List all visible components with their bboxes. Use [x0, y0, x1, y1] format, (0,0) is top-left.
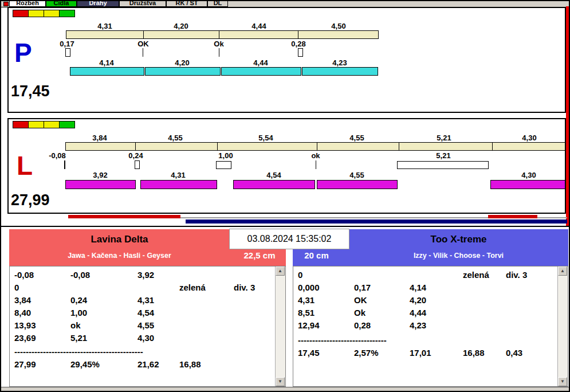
cross-box-icon [65, 48, 70, 57]
cross-tick-icon [64, 160, 65, 169]
dog-time-label: 4,23 [320, 58, 360, 67]
split-label: 5,54 [249, 134, 283, 142]
start-lights-p [13, 10, 75, 17]
scroll-down-button[interactable]: ▼ [276, 377, 285, 386]
arrow-up-icon: ▲ [278, 268, 282, 273]
lane-p-total-time: 17,45 [11, 83, 50, 100]
cross-label: Ok [202, 40, 236, 48]
arrow-up-icon: ▲ [560, 268, 565, 273]
start-light-green [59, 10, 75, 17]
app-window: Rozbeh Čidla Dráhy Družstva RK / ST DL 4… [0, 0, 570, 392]
split-label: 4,55 [158, 134, 192, 142]
progress-navy-bar [186, 219, 567, 224]
cross-tick-icon [143, 48, 143, 57]
scroll-up-button[interactable]: ▲ [558, 266, 567, 276]
progress-red-bar-right [488, 215, 537, 218]
start-light-yellow1 [28, 10, 44, 17]
split-label: 4,30 [512, 134, 547, 142]
table-row: 3,840,244,31 [10, 295, 234, 308]
table-divider: ------------------------------- [293, 335, 387, 348]
table-row: 4,31OK4,20 [293, 295, 506, 308]
split-label: 4,31 [85, 22, 125, 30]
dog-run-bar [65, 180, 136, 189]
cross-box-icon [135, 160, 140, 169]
table-row: 0zelenádiv. 3 [10, 283, 255, 295]
cross-label: 0,28 [281, 40, 316, 48]
section-divider [1, 226, 570, 227]
split-bar-p [66, 30, 379, 39]
lane-l-panel: 3,84 4,55 5,54 4,55 5,21 4,30 -0,08 0,24… [7, 118, 566, 214]
tab-dl[interactable]: DL [207, 1, 228, 7]
table-row: 12,940,284,23 [293, 320, 506, 333]
team-right-results-table[interactable]: 0zelenádiv. 3 0,0000,174,14 4,31OK4,20 8… [293, 266, 568, 387]
record-indicator [3, 2, 9, 6]
progress-red-bar-left [68, 215, 180, 218]
table-row: 23,695,214,30 [10, 333, 234, 346]
cross-label: 0,24 [119, 151, 153, 160]
cross-box-icon [298, 48, 303, 57]
dog-run-bar [221, 67, 301, 76]
lane-p-panel: 4,31 4,20 4,44 4,50 0,17 OK Ok 0,28 4,14… [7, 7, 566, 113]
table-summary-row: 27,9929,45%21,6216,88 [10, 359, 234, 372]
cross-label: 1,00 [209, 151, 243, 160]
split-label: 3,84 [82, 134, 117, 142]
table-row: 8,401,004,54 [10, 308, 234, 320]
tab-rozbeh[interactable]: Rozbeh [9, 1, 46, 7]
dog-time-label: 4,31 [161, 171, 195, 179]
tab-drahy[interactable]: Dráhy [77, 1, 119, 7]
table-row: 13,93ok4,55 [10, 320, 234, 333]
lane-letter-l: L [17, 152, 33, 179]
dog-run-bar [302, 67, 378, 76]
team-left-results-table[interactable]: -0,08-0,083,92 0zelenádiv. 3 3,840,244,3… [9, 266, 286, 387]
status-strip [1, 387, 570, 392]
split-bar-l [65, 142, 566, 151]
team-left-name: Lavina Delta [9, 234, 230, 245]
dog-time-label: 4,44 [241, 58, 281, 67]
dog-time-label: 4,30 [512, 171, 546, 179]
table-row: 0,0000,174,14 [293, 283, 506, 295]
scroll-up-button[interactable]: ▲ [276, 266, 285, 276]
split-label: 4,20 [161, 22, 201, 30]
table-row: 0zelenádiv. 3 [293, 270, 527, 283]
cross-label: ok [298, 151, 333, 160]
cross-label: -0,08 [40, 151, 74, 160]
dog-run-bar [140, 180, 217, 189]
dog-time-label: 4,20 [162, 58, 202, 67]
start-light-yellow2 [44, 10, 60, 17]
dog-run-bar [145, 67, 221, 76]
arrow-down-icon: ▼ [560, 379, 565, 384]
tab-cidla[interactable]: Čidla [46, 1, 77, 7]
table-divider: ----------------------------------------… [10, 347, 143, 359]
cross-tick-icon [219, 48, 219, 57]
start-light-yellow1 [28, 121, 44, 128]
split-label: 4,44 [239, 22, 279, 30]
split-label: 5,21 [427, 134, 461, 142]
scrollbar[interactable]: ▲ ▼ [557, 266, 568, 386]
dog-run-bar [490, 180, 566, 189]
team-right-dogs: Izzy - Vilik - Choose - Torvi [349, 252, 568, 260]
dog-run-bar [317, 180, 398, 189]
team-left-jump-height: 22,5 cm [236, 250, 283, 260]
cross-label: 5,21 [426, 151, 461, 160]
start-light-red [13, 10, 29, 17]
dog-run-bar [233, 180, 315, 189]
start-light-yellow2 [44, 121, 60, 128]
tab-druzstva[interactable]: Družstva [119, 1, 166, 7]
table-row: 8,51Ok4,44 [293, 308, 506, 320]
scroll-down-button[interactable]: ▼ [558, 377, 567, 386]
table-summary-row: 17,452,57%17,0116,880,43 [293, 348, 522, 360]
dog-time-label: 4,54 [257, 171, 291, 179]
cross-label: 0,17 [50, 40, 84, 48]
dog-time-label: 4,14 [87, 58, 127, 67]
team-right-name: Too X-treme [349, 234, 568, 245]
team-right-jump-height: 20 cm [295, 250, 338, 260]
start-light-red [13, 121, 29, 128]
cross-box-icon [216, 161, 231, 169]
tab-rk-st[interactable]: RK / ST [166, 1, 207, 7]
cross-box-icon [397, 161, 489, 169]
lane-letter-p: P [14, 40, 32, 66]
cross-label: OK [126, 40, 160, 48]
race-timestamp: 03.08.2024 15:35:02 [229, 229, 349, 249]
right-lane-strip [566, 6, 570, 226]
scrollbar[interactable]: ▲ ▼ [275, 266, 285, 386]
